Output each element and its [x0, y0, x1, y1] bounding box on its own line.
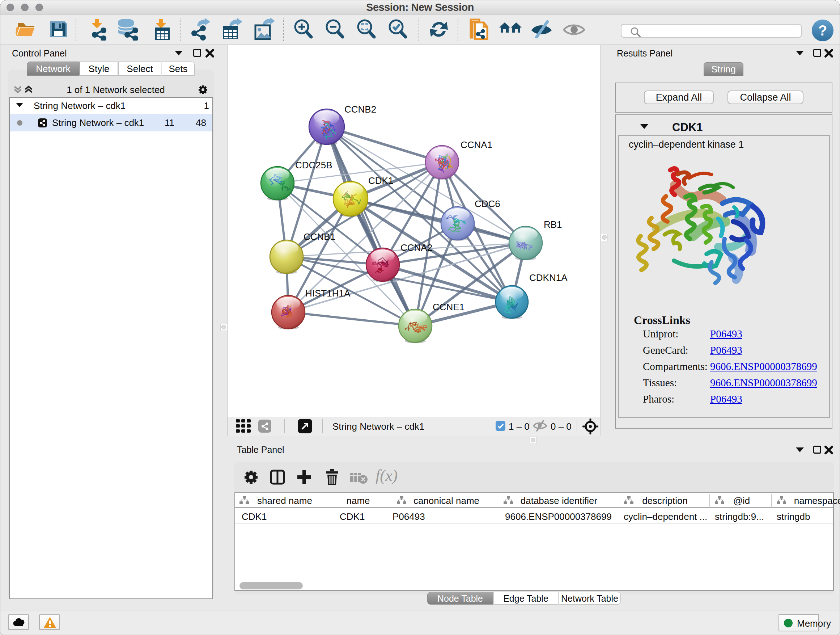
- svg-text:CCNA2: CCNA2: [401, 242, 432, 253]
- svg-text:CCNE1: CCNE1: [433, 302, 464, 312]
- svg-text:CDC25B: CDC25B: [295, 160, 332, 171]
- svg-text:HIST1H1A: HIST1H1A: [305, 288, 351, 299]
- svg-text:RB1: RB1: [544, 219, 562, 230]
- svg-text:CCNB2: CCNB2: [344, 104, 376, 115]
- svg-text:CDK1: CDK1: [368, 175, 393, 186]
- svg-text:CDKN1A: CDKN1A: [529, 272, 568, 283]
- svg-text:CCNA1: CCNA1: [461, 139, 493, 150]
- svg-text:CCNB1: CCNB1: [303, 231, 335, 242]
- svg-text:CDC6: CDC6: [475, 198, 500, 209]
